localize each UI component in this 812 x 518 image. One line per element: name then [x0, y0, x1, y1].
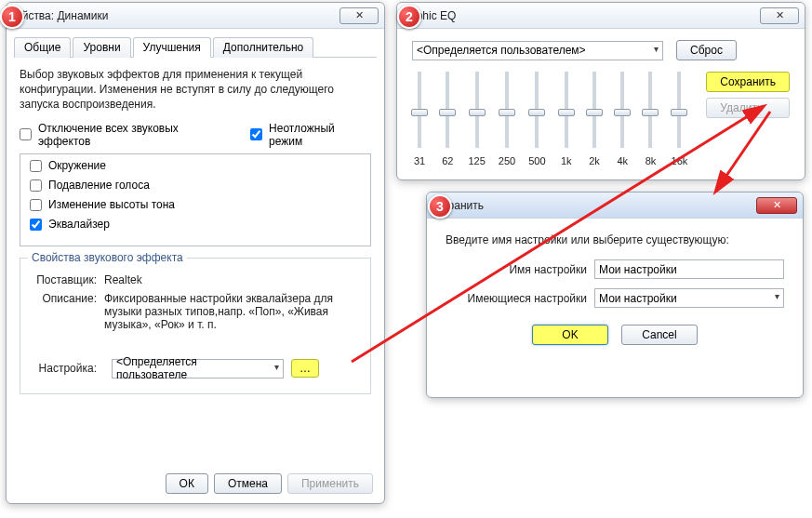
save-dialog: охранить ✕ Введите имя настройки или выб… — [426, 192, 804, 398]
slider-track[interactable] — [565, 72, 568, 148]
disable-all-label: Отключение всех звуковых эффектов — [38, 122, 233, 148]
effect-checkbox[interactable] — [30, 199, 42, 211]
effect-checkbox[interactable] — [30, 160, 42, 172]
slider-thumb[interactable] — [642, 109, 659, 116]
effect-label: Подавление голоса — [48, 179, 150, 192]
slider-track[interactable] — [446, 72, 449, 148]
slider-thumb[interactable] — [439, 109, 456, 116]
step-badge-2: 2 — [397, 5, 421, 29]
slider-track[interactable] — [648, 72, 652, 148]
list-item[interactable]: Окружение — [24, 156, 366, 176]
tab-general[interactable]: Общие — [14, 37, 71, 58]
eq-slider-16k[interactable]: 16k — [672, 72, 688, 166]
freq-label: 16k — [672, 155, 688, 166]
ok-button[interactable]: ОК — [166, 473, 208, 494]
name-input[interactable] — [594, 259, 784, 279]
eq-titlebar: raphic EQ ✕ — [397, 3, 805, 29]
cancel-button[interactable]: Cancel — [621, 325, 698, 345]
eq-sliders: 31621252505001k2k4k8k16kСохранитьУдалить — [412, 72, 790, 166]
existing-value: Мои настройки — [599, 292, 677, 305]
freq-label: 8k — [646, 155, 657, 166]
slider-track[interactable] — [505, 72, 509, 148]
tab-levels[interactable]: Уровни — [73, 37, 130, 58]
existing-field-label: Имеющиеся настройки — [446, 292, 587, 305]
freq-label: 125 — [469, 155, 486, 166]
slider-track[interactable] — [535, 72, 539, 148]
disable-all-input[interactable] — [20, 128, 32, 140]
slider-track[interactable] — [592, 72, 596, 148]
eq-slider-1k[interactable]: 1k — [559, 72, 574, 166]
slider-thumb[interactable] — [528, 109, 545, 116]
apply-button[interactable]: Применить — [287, 473, 373, 494]
effect-label: Эквалайзер — [48, 218, 110, 231]
slider-thumb[interactable] — [614, 109, 631, 116]
close-button[interactable]: ✕ — [339, 7, 379, 24]
setting-label: Настройка: — [32, 362, 104, 375]
eq-actions: СохранитьУдалить — [706, 72, 790, 118]
panel-description: Выбор звуковых эффектов для применения к… — [20, 67, 371, 113]
effect-label: Окружение — [48, 159, 106, 172]
effect-checkbox[interactable] — [30, 219, 42, 231]
save-prompt: Введите имя настройки или выберите сущес… — [446, 233, 784, 246]
slider-thumb[interactable] — [469, 109, 486, 116]
vendor-value: Realtek — [104, 273, 359, 286]
effects-list[interactable]: Окружение Подавление голоса Изменение вы… — [20, 153, 371, 246]
list-item[interactable]: Эквалайзер — [24, 215, 366, 234]
description-label: Описание: — [32, 292, 104, 331]
freq-label: 250 — [499, 155, 515, 166]
immediate-mode-checkbox[interactable]: Неотложный режим — [250, 122, 371, 148]
close-icon: ✕ — [776, 9, 784, 21]
eq-slider-250[interactable]: 250 — [499, 72, 515, 166]
existing-combo[interactable]: Мои настройки — [594, 288, 784, 308]
ok-button[interactable]: OK — [532, 325, 608, 345]
tab-enhancements[interactable]: Улучшения — [133, 37, 211, 58]
tab-advanced[interactable]: Дополнительно — [213, 37, 313, 58]
close-button[interactable]: ✕ — [756, 197, 797, 214]
close-button[interactable]: ✕ — [760, 7, 799, 24]
eq-slider-2k[interactable]: 2k — [587, 72, 602, 166]
slider-track[interactable] — [418, 72, 421, 148]
slider-track[interactable] — [620, 72, 624, 148]
eq-slider-8k[interactable]: 8k — [643, 72, 658, 166]
enhancements-panel: Выбор звуковых эффектов для применения к… — [7, 58, 384, 404]
immediate-mode-input[interactable] — [250, 128, 262, 140]
properties-titlebar: ойства: Динамики ✕ — [7, 3, 384, 29]
slider-track[interactable] — [475, 72, 479, 148]
eq-slider-500[interactable]: 500 — [528, 72, 545, 166]
list-item[interactable]: Изменение высоты тона — [24, 195, 366, 215]
preset-combo[interactable]: <Определяется пользователем> — [412, 41, 663, 60]
step-badge-1: 1 — [0, 5, 24, 29]
dialog-buttons: ОК Отмена Применить — [166, 473, 373, 494]
name-field-label: Имя настройки — [446, 263, 587, 276]
setting-combo[interactable]: <Определяется пользователе — [112, 359, 284, 379]
effect-properties-group: Свойства звукового эффекта Поставщик: Re… — [20, 258, 371, 394]
preset-value: <Определяется пользователем> — [417, 44, 586, 57]
delete-button[interactable]: Удалить — [706, 98, 790, 118]
disable-all-checkbox[interactable]: Отключение всех звуковых эффектов — [20, 122, 233, 148]
effect-label: Изменение высоты тона — [48, 198, 175, 211]
immediate-mode-label: Неотложный режим — [269, 122, 371, 148]
slider-thumb[interactable] — [411, 109, 428, 116]
vendor-label: Поставщик: — [32, 273, 104, 286]
slider-thumb[interactable] — [671, 109, 687, 116]
eq-slider-31[interactable]: 31 — [412, 72, 427, 166]
reset-button[interactable]: Сброс — [676, 40, 737, 60]
cancel-button[interactable]: Отмена — [214, 473, 282, 494]
freq-label: 31 — [414, 155, 425, 166]
eq-slider-4k[interactable]: 4k — [615, 72, 630, 166]
eq-slider-125[interactable]: 125 — [469, 72, 486, 166]
save-button[interactable]: Сохранить — [706, 72, 790, 92]
effect-checkbox[interactable] — [30, 179, 42, 192]
dots-button[interactable]: … — [291, 359, 319, 378]
eq-slider-62[interactable]: 62 — [440, 72, 455, 166]
close-icon: ✕ — [355, 9, 364, 21]
slider-thumb[interactable] — [499, 109, 515, 116]
slider-thumb[interactable] — [558, 109, 575, 116]
save-titlebar: охранить ✕ — [427, 193, 803, 219]
slider-thumb[interactable] — [586, 109, 603, 116]
list-item[interactable]: Подавление голоса — [24, 176, 366, 195]
tabs-row: Общие Уровни Улучшения Дополнительно — [14, 36, 377, 58]
freq-label: 1k — [561, 155, 572, 166]
slider-track[interactable] — [677, 72, 681, 148]
properties-title: ойства: Динамики — [16, 9, 109, 22]
